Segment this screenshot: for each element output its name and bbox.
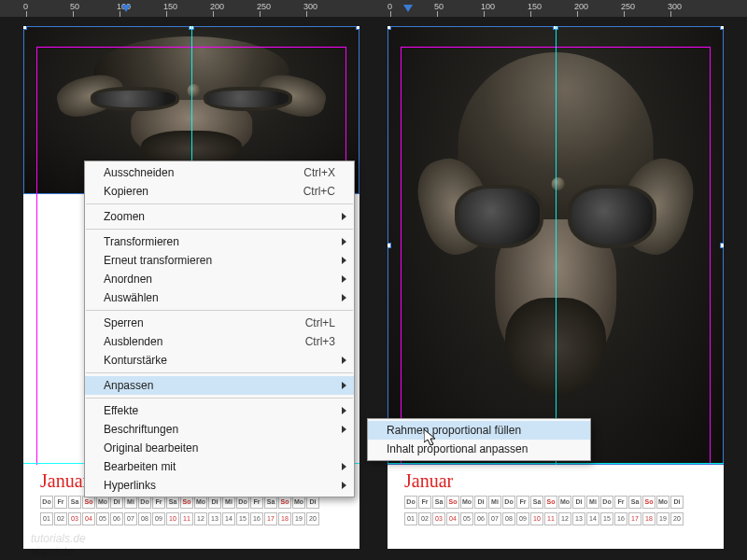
menu-item-select[interactable]: Auswählen <box>85 288 354 307</box>
menu-item-lock[interactable]: SperrenCtrl+L <box>85 314 354 332</box>
calendar-grid: DoFrSaSoMoDiMiDoFrSaSoMoDiMiDoFrSaSoMoDi <box>40 496 343 509</box>
submenu-arrow-icon <box>342 213 346 220</box>
submenu-arrow-icon <box>342 463 346 470</box>
submenu-item-fill-frame-proportionally[interactable]: Rahmen proportional füllen <box>368 421 590 440</box>
submenu-arrow-icon <box>342 407 346 414</box>
calendar-block-right: Januar DoFrSaSoMoDiMiDoFrSaSoMoDiMiDoFrS… <box>388 465 724 549</box>
submenu-arrow-icon <box>342 238 346 245</box>
menu-item-zoom[interactable]: Zoomen <box>85 207 354 226</box>
ruler-marker-icon <box>403 5 413 12</box>
menu-item-transform[interactable]: Transformieren <box>85 232 354 251</box>
menu-item-captions[interactable]: Beschriftungen <box>85 420 354 439</box>
submenu-arrow-icon <box>342 482 346 489</box>
menu-item-copy[interactable]: KopierenCtrl+C <box>85 182 354 201</box>
menu-item-fitting[interactable]: Anpassen <box>85 376 354 395</box>
menu-item-edit-original[interactable]: Original bearbeiten <box>85 439 354 457</box>
fitting-submenu[interactable]: Rahmen proportional füllen Inhalt propor… <box>367 418 591 461</box>
submenu-arrow-icon <box>342 257 346 264</box>
page-spread-right[interactable]: Januar DoFrSaSoMoDiMiDoFrSaSoMoDiMiDoFrS… <box>388 26 724 549</box>
submenu-arrow-icon <box>342 294 346 301</box>
menu-item-cut[interactable]: AusschneidenCtrl+X <box>85 163 354 182</box>
watermark-text: tutorials.de <box>31 532 86 545</box>
horizontal-ruler: (function(){ var d=JSON.parse(document.g… <box>0 0 747 17</box>
submenu-arrow-icon <box>342 357 346 364</box>
menu-item-edit-with[interactable]: Bearbeiten mit <box>85 457 354 476</box>
menu-item-hide[interactable]: AusblendenCtrl+3 <box>85 332 354 351</box>
ruler-marker-icon <box>121 5 131 12</box>
submenu-arrow-icon <box>342 275 346 283</box>
watermark-text: viaprinto <box>31 545 73 558</box>
submenu-arrow-icon <box>342 426 346 433</box>
menu-item-hyperlinks[interactable]: Hyperlinks <box>85 476 354 495</box>
menu-item-arrange[interactable]: Anordnen <box>85 270 354 288</box>
month-title: Januar <box>404 470 707 492</box>
submenu-item-fit-content-proportionally[interactable]: Inhalt proportional anpassen <box>368 440 590 458</box>
menu-item-effects[interactable]: Effekte <box>85 401 354 420</box>
menu-item-transform-again[interactable]: Erneut transformieren <box>85 251 354 270</box>
context-menu[interactable]: AusschneidenCtrl+X KopierenCtrl+C Zoomen… <box>84 161 355 497</box>
menu-item-stroke-weight[interactable]: Konturstärke <box>85 351 354 370</box>
submenu-arrow-icon <box>342 382 346 389</box>
